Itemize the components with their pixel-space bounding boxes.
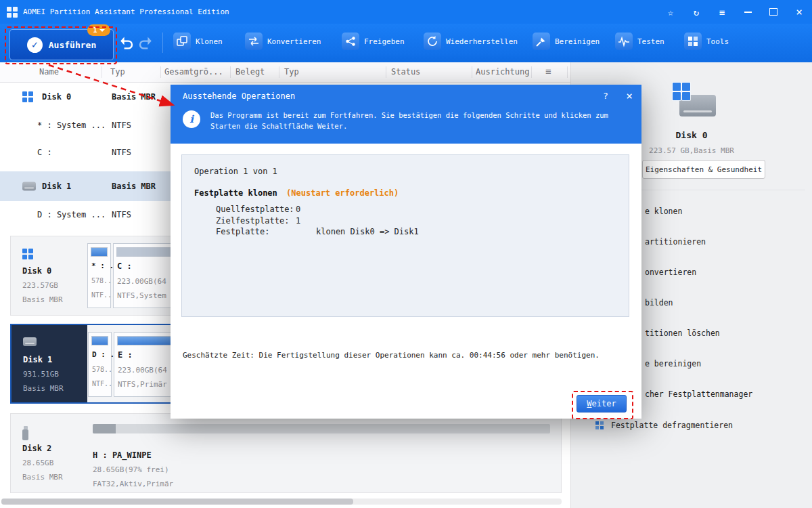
column-total-size[interactable]: Gesamtgrö... <box>164 67 223 77</box>
favorites-star-icon[interactable]: ☆ <box>658 0 683 24</box>
toolbar-button-test[interactable]: Testen <box>615 33 664 50</box>
convert-icon <box>245 33 263 50</box>
capacity-bar <box>91 247 108 257</box>
operation-title: Festplatte klonen <box>194 188 277 198</box>
disk-icon <box>22 91 33 102</box>
column-name[interactable]: Name <box>39 67 59 77</box>
pending-count-badge[interactable]: 1 <box>87 24 110 36</box>
toolbar-button-tools[interactable]: Tools <box>684 33 729 50</box>
capacity-bar <box>91 336 108 345</box>
undo-icon[interactable] <box>118 35 134 51</box>
proceed-button[interactable]: Weiter <box>577 395 627 412</box>
detail-clone-operation: Festplatte:klonen Disk0 => Disk1 <box>216 226 419 238</box>
operation-restart-note: (Neustart erforderlich) <box>286 188 399 198</box>
main-menu-icon[interactable]: ≡ <box>709 0 735 24</box>
test-icon <box>615 33 633 50</box>
column-typ[interactable]: Typ <box>110 67 125 77</box>
menu-item-secure-disk-manager[interactable]: cher Festplattenmanager <box>645 388 752 400</box>
toolbar-button-wipe[interactable]: Bereinigen <box>533 33 600 50</box>
toolbar-button-convert[interactable]: Konvertieren <box>245 33 321 50</box>
menu-item-convert[interactable]: onvertieren <box>645 266 696 278</box>
help-icon[interactable]: ? <box>594 91 617 101</box>
table-header: Name Typ Gesamtgrö... Belegt Typ Status … <box>0 62 570 83</box>
tools-grid-icon <box>684 33 702 50</box>
detail-target-disk: Zielfestplatte:1 <box>216 215 419 227</box>
toolbar-button-restore[interactable]: Wiederherstellen <box>424 33 518 50</box>
toolbar-separator <box>162 33 163 53</box>
horizontal-scrollbar <box>1 499 562 505</box>
toolbar: ✓ Ausführen 1 Klonen Konvertieren <box>0 24 812 62</box>
disk-icon <box>22 249 33 259</box>
toolbar-button-share[interactable]: Freigeben <box>342 33 405 50</box>
dialog-body: Operation 1 von 1 Festplatte klonen (Neu… <box>171 144 641 419</box>
operations-list: Operation 1 von 1 Festplatte klonen (Neu… <box>181 154 629 317</box>
scrollbar-thumb[interactable] <box>1 499 353 505</box>
close-button[interactable]: × <box>786 0 812 24</box>
wipe-icon <box>533 33 550 50</box>
toolbar-button-clone[interactable]: Klonen <box>173 33 223 50</box>
estimated-time-text: Geschätzte Zeit: Die Fertigstellung dies… <box>183 351 600 360</box>
column-alignment[interactable]: Ausrichtung <box>476 67 529 77</box>
apply-button-label: Ausführen <box>49 40 96 50</box>
column-used[interactable]: Belegt <box>235 67 265 77</box>
update-sync-icon[interactable]: ↻ <box>683 0 709 24</box>
window-title: AOMEI Partition Assistant Professional E… <box>23 7 229 16</box>
disk2-partition-h[interactable]: H : PA_WINPE 28.65GB(97% frei) FAT32,Akt… <box>87 421 554 486</box>
titlebar: AOMEI Partition Assistant Professional E… <box>0 0 812 24</box>
menu-item-quick-partition[interactable]: artitionieren <box>645 236 706 248</box>
disk2-info: Disk 2 28.65GB Basis MBR <box>11 414 87 492</box>
drive-icon <box>23 337 37 346</box>
redo-icon[interactable] <box>138 35 154 51</box>
menu-item-rebuild[interactable]: bilden <box>645 297 673 309</box>
column-fs-typ[interactable]: Typ <box>284 67 299 77</box>
menu-item-defragment[interactable]: Festplatte defragmentieren <box>595 419 733 431</box>
disk-logo-icon <box>673 83 690 100</box>
dialog-title: Ausstehende Operationen <box>183 91 295 101</box>
minimize-button[interactable] <box>735 0 761 24</box>
capacity-bar <box>93 424 550 433</box>
disk0-partition-system[interactable]: * : ... 578... NTF... <box>87 243 111 308</box>
drive-icon <box>22 182 36 191</box>
defragment-icon <box>595 421 605 431</box>
disk0-info: Disk 0 223.57GB Basis MBR <box>11 236 87 315</box>
menu-item-clone-disk[interactable]: e klonen <box>645 205 682 217</box>
disk1-partition-d[interactable]: D : ... 578... NTF... <box>88 332 112 397</box>
pending-operations-dialog: Ausstehende Operationen ? × i Das Progra… <box>171 85 641 419</box>
column-options-icon[interactable]: ≡ <box>545 66 551 77</box>
detail-source-disk: Quellfestplatte:0 <box>216 204 419 215</box>
apply-button[interactable]: ✓ Ausführen 1 <box>9 29 114 60</box>
menu-item-wipe-disk[interactable]: e bereinigen <box>645 358 701 370</box>
check-circle-icon: ✓ <box>27 37 43 53</box>
share-icon <box>342 33 359 50</box>
chevron-down-icon <box>99 29 105 32</box>
dialog-header: Ausstehende Operationen ? × i Das Progra… <box>171 85 641 144</box>
disk1-info: Disk 1 931.51GB Basis MBR <box>12 325 87 402</box>
clone-icon <box>173 33 191 50</box>
column-status[interactable]: Status <box>391 67 420 77</box>
app-logo-icon <box>7 7 18 18</box>
operation-count: Operation 1 von 1 <box>194 167 277 176</box>
dialog-info-text: Das Programm ist bereit zum Fortfahren. … <box>210 110 635 144</box>
dialog-close-icon[interactable]: × <box>617 89 641 102</box>
disk2-block[interactable]: Disk 2 28.65GB Basis MBR H : PA_WINPE 28… <box>10 413 562 493</box>
usb-icon <box>22 429 28 440</box>
properties-health-button[interactable]: Eigenschaften & Gesundheit <box>642 160 765 179</box>
menu-item-delete-partitions[interactable]: titionen löschen <box>645 327 720 339</box>
restore-icon <box>424 33 441 50</box>
maximize-button[interactable] <box>761 0 786 24</box>
app-window: AOMEI Partition Assistant Professional E… <box>0 0 812 508</box>
info-icon: i <box>183 110 200 128</box>
